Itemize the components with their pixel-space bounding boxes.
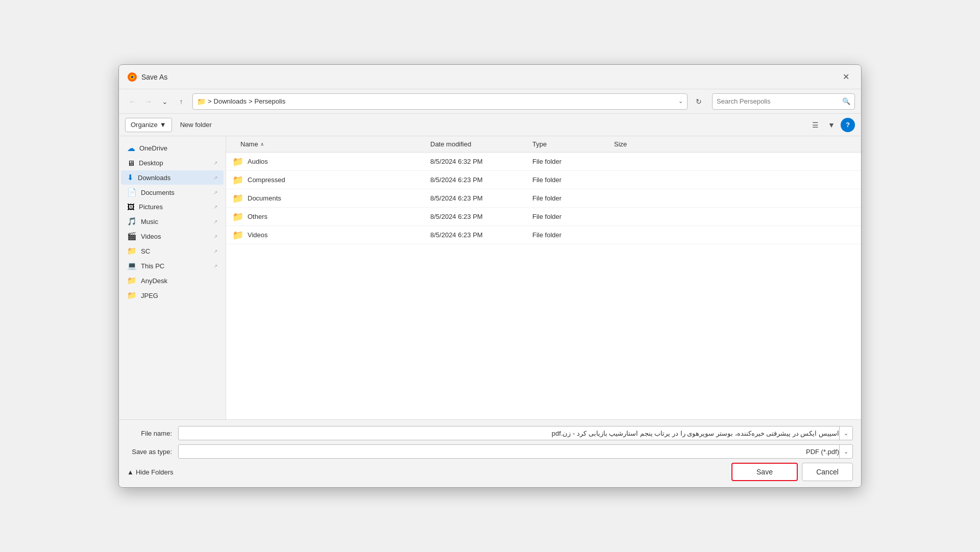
onedrive-icon: ☁ bbox=[127, 143, 135, 153]
view-dropdown-button[interactable]: ▼ bbox=[824, 118, 839, 132]
view-list-button[interactable]: ☰ bbox=[808, 118, 822, 132]
address-bar[interactable]: 📁 > Downloads > Persepolis ⌄ bbox=[192, 93, 688, 110]
organize-dropdown-icon: ▼ bbox=[160, 121, 166, 129]
view-controls: ☰ ▼ ? bbox=[808, 118, 855, 132]
videos-pin-icon: ↗ bbox=[213, 234, 217, 239]
sidebar-item-sc[interactable]: 📁 SC ↗ bbox=[121, 244, 224, 258]
navigation-toolbar: ← → ⌄ ↑ 📁 > Downloads > Persepolis ⌄ ↻ 🔍 bbox=[119, 89, 861, 114]
save-type-dropdown-icon[interactable]: ⌄ bbox=[839, 445, 848, 458]
sidebar-item-thispc[interactable]: 💻 This PC ↗ bbox=[121, 259, 224, 273]
file-list: 📁 Audios 8/5/2024 6:32 PM File folder 📁 … bbox=[226, 153, 861, 419]
desktop-icon: 🖥 bbox=[127, 159, 135, 167]
file-name-text: Others bbox=[248, 213, 267, 220]
hide-folders-label: Hide Folders bbox=[136, 468, 174, 476]
sidebar-label-desktop: Desktop bbox=[139, 159, 209, 167]
up-button[interactable]: ↑ bbox=[174, 94, 188, 109]
downloads-pin-icon: ↗ bbox=[213, 175, 217, 181]
sidebar-item-music[interactable]: 🎵 Music ↗ bbox=[121, 214, 224, 229]
sidebar-item-anydesk[interactable]: 📁 AnyDesk bbox=[121, 273, 224, 288]
close-button[interactable]: ✕ bbox=[839, 70, 853, 84]
save-as-dialog: Save As ✕ ← → ⌄ ↑ 📁 > Downloads > Persep… bbox=[118, 64, 862, 488]
sort-arrow-icon: ∧ bbox=[260, 141, 264, 147]
file-type: File folder bbox=[532, 176, 614, 184]
sidebar-label-videos: Videos bbox=[141, 233, 209, 240]
save-button[interactable]: Save bbox=[731, 463, 798, 481]
table-row[interactable]: 📁 Others 8/5/2024 6:23 PM File folder bbox=[226, 208, 861, 226]
file-date: 8/5/2024 6:23 PM bbox=[430, 213, 532, 220]
file-type: File folder bbox=[532, 158, 614, 165]
table-row[interactable]: 📁 Audios 8/5/2024 6:32 PM File folder bbox=[226, 153, 861, 171]
sidebar-item-downloads[interactable]: ⬇ Downloads ↗ bbox=[121, 170, 224, 185]
pictures-icon: 🖼 bbox=[127, 203, 135, 211]
cancel-button[interactable]: Cancel bbox=[802, 463, 853, 481]
address-sep: > bbox=[249, 97, 253, 105]
save-type-value: PDF (*.pdf) bbox=[183, 448, 839, 456]
file-date: 8/5/2024 6:32 PM bbox=[430, 158, 532, 165]
folder-icon: 📁 bbox=[197, 97, 206, 106]
sidebar-label-anydesk: AnyDesk bbox=[141, 277, 217, 285]
file-row-name: 📁 Videos bbox=[226, 230, 430, 241]
file-name-input[interactable]: اسپیس ایکس در پیشرفتی خیره‌کننده، بوستر … bbox=[178, 426, 853, 440]
search-input[interactable] bbox=[717, 97, 842, 105]
sidebar-item-jpeg[interactable]: 📁 JPEG bbox=[121, 288, 224, 303]
save-type-input[interactable]: PDF (*.pdf) ⌄ bbox=[178, 444, 853, 459]
organize-button[interactable]: Organize ▼ bbox=[125, 118, 172, 132]
sidebar-item-onedrive[interactable]: ☁ OneDrive bbox=[121, 141, 224, 156]
table-row[interactable]: 📁 Videos 8/5/2024 6:23 PM File folder bbox=[226, 226, 861, 244]
app-icon bbox=[127, 72, 137, 82]
hide-folders-button[interactable]: ▲ Hide Folders bbox=[127, 468, 727, 476]
col-type-header[interactable]: Type bbox=[532, 140, 614, 148]
bottom-area: File name: اسپیس ایکس در پیشرفتی خیره‌کن… bbox=[119, 419, 861, 487]
save-type-row: Save as type: PDF (*.pdf) ⌄ bbox=[127, 444, 853, 459]
forward-button[interactable]: → bbox=[141, 94, 156, 109]
sidebar-label-sc: SC bbox=[141, 247, 209, 255]
file-name-row: File name: اسپیس ایکس در پیشرفتی خیره‌کن… bbox=[127, 426, 853, 440]
file-name-dropdown-icon[interactable]: ⌄ bbox=[839, 426, 848, 440]
sidebar-label-pictures: Pictures bbox=[139, 203, 209, 211]
sidebar-item-pictures[interactable]: 🖼 Pictures ↗ bbox=[121, 200, 224, 214]
jpeg-icon: 📁 bbox=[127, 291, 137, 300]
music-pin-icon: ↗ bbox=[213, 219, 217, 224]
col-size-header[interactable]: Size bbox=[614, 140, 665, 148]
new-folder-button[interactable]: New folder bbox=[176, 118, 216, 132]
sidebar-label-documents: Documents bbox=[141, 189, 209, 196]
sidebar-label-music: Music bbox=[141, 218, 209, 225]
search-icon: 🔍 bbox=[842, 97, 850, 105]
pictures-pin-icon: ↗ bbox=[213, 204, 217, 210]
documents-pin-icon: ↗ bbox=[213, 190, 217, 195]
file-row-name: 📁 Compressed bbox=[226, 174, 430, 186]
sidebar-label-downloads: Downloads bbox=[138, 174, 209, 182]
sidebar-item-videos[interactable]: 🎬 Videos ↗ bbox=[121, 229, 224, 243]
help-button[interactable]: ? bbox=[841, 118, 855, 132]
desktop-pin-icon: ↗ bbox=[213, 160, 217, 166]
svg-point-2 bbox=[131, 76, 133, 78]
sc-icon: 📁 bbox=[127, 246, 137, 256]
refresh-button[interactable]: ↻ bbox=[692, 94, 706, 109]
file-row-name: 📁 Documents bbox=[226, 193, 430, 204]
sidebar-label-thispc: This PC bbox=[141, 262, 209, 270]
address-dropdown-arrow[interactable]: ⌄ bbox=[678, 98, 683, 105]
hide-folders-arrow: ▲ bbox=[127, 468, 134, 476]
folder-icon: 📁 bbox=[232, 211, 243, 222]
music-icon: 🎵 bbox=[127, 217, 137, 226]
dialog-title: Save As bbox=[141, 73, 839, 81]
file-name-text: Videos bbox=[248, 231, 268, 239]
table-row[interactable]: 📁 Documents 8/5/2024 6:23 PM File folder bbox=[226, 189, 861, 208]
sidebar-item-documents[interactable]: 📄 Documents ↗ bbox=[121, 185, 224, 199]
back-button[interactable]: ← bbox=[125, 94, 139, 109]
organize-label: Organize bbox=[131, 121, 158, 129]
dropdown-button[interactable]: ⌄ bbox=[158, 94, 172, 109]
folder-icon: 📁 bbox=[232, 156, 243, 167]
button-row: ▲ Hide Folders Save Cancel bbox=[127, 463, 853, 481]
title-bar: Save As ✕ bbox=[119, 65, 861, 89]
table-row[interactable]: 📁 Compressed 8/5/2024 6:23 PM File folde… bbox=[226, 171, 861, 189]
file-row-name: 📁 Others bbox=[226, 211, 430, 222]
search-bar: 🔍 bbox=[712, 93, 855, 110]
file-type: File folder bbox=[532, 194, 614, 202]
col-name-header[interactable]: Name ∧ bbox=[226, 140, 430, 148]
thispc-icon: 💻 bbox=[127, 261, 137, 270]
sidebar-item-desktop[interactable]: 🖥 Desktop ↗ bbox=[121, 156, 224, 170]
action-bar: Organize ▼ New folder ☰ ▼ ? bbox=[119, 114, 861, 136]
address-persepolis: Persepolis bbox=[255, 97, 286, 105]
col-date-header[interactable]: Date modified bbox=[430, 140, 532, 148]
